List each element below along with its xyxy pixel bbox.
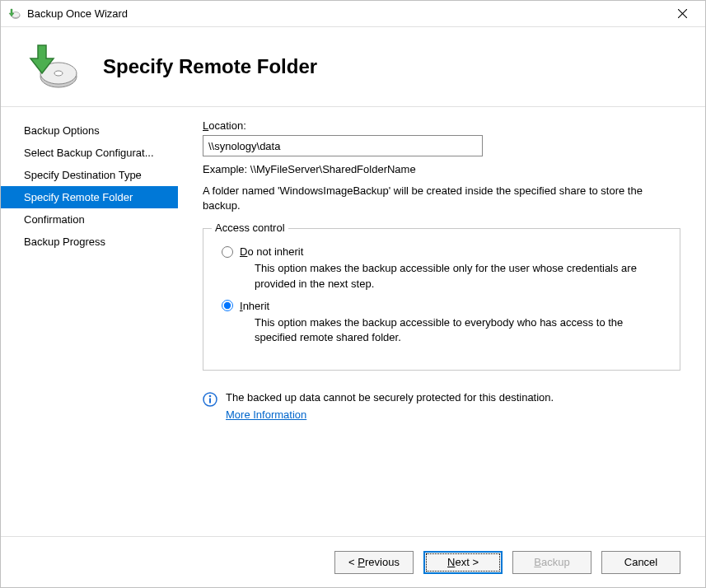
sidebar-item-backup-options[interactable]: Backup Options [1, 119, 178, 142]
page-title: Specify Remote Folder [103, 55, 317, 78]
radio-do-not-inherit[interactable]: Do not inherit [217, 245, 666, 258]
backup-button: Backup [512, 551, 591, 574]
backup-disc-icon [26, 44, 78, 90]
sidebar-item-confirmation[interactable]: Confirmation [1, 208, 178, 231]
radio-do-not-inherit-input[interactable] [222, 246, 233, 258]
location-example: Example: \\MyFileServer\SharedFolderName [203, 163, 680, 175]
svg-point-6 [54, 71, 63, 76]
wizard-content: Location: Example: \\MyFileServer\Shared… [178, 107, 705, 536]
radio-do-not-inherit-desc: This option makes the backup accessible … [255, 261, 666, 291]
wizard-window: Backup Once Wizard Specify Remote Folder… [0, 0, 706, 588]
access-control-group: Access control Do not inherit This optio… [203, 228, 680, 371]
close-button[interactable] [666, 2, 699, 26]
info-panel: The backed up data cannot be securely pr… [203, 390, 680, 421]
app-icon [7, 7, 21, 21]
radio-inherit-input[interactable] [222, 300, 233, 311]
info-text: The backed up data cannot be securely pr… [226, 390, 554, 405]
titlebar: Backup Once Wizard [1, 1, 705, 27]
location-label: Location: [203, 119, 680, 132]
svg-rect-9 [209, 399, 211, 404]
window-title: Backup Once Wizard [27, 7, 666, 20]
radio-inherit[interactable]: Inherit [217, 300, 666, 312]
radio-inherit-desc: This option makes the backup accessible … [255, 315, 666, 345]
next-button[interactable]: Next > [423, 551, 503, 574]
folder-description: A folder named 'WindowsImageBackup' will… [203, 184, 680, 213]
info-icon [203, 392, 217, 407]
svg-point-8 [209, 395, 212, 398]
location-input[interactable] [203, 135, 483, 156]
more-information-link[interactable]: More Information [226, 408, 306, 421]
previous-button[interactable]: < Previous [334, 551, 414, 574]
wizard-footer: < Previous Next > Backup Cancel [1, 536, 705, 587]
cancel-button[interactable]: Cancel [601, 551, 680, 574]
sidebar-item-select-backup-config[interactable]: Select Backup Configurat... [1, 142, 178, 164]
wizard-steps-sidebar: Backup Options Select Backup Configurat.… [1, 107, 178, 536]
sidebar-item-specify-remote-folder[interactable]: Specify Remote Folder [1, 186, 178, 208]
wizard-header: Specify Remote Folder [1, 27, 705, 107]
wizard-body: Backup Options Select Backup Configurat.… [1, 107, 705, 536]
access-control-legend: Access control [212, 222, 288, 234]
sidebar-item-specify-destination-type[interactable]: Specify Destination Type [1, 164, 178, 186]
sidebar-item-backup-progress[interactable]: Backup Progress [1, 231, 178, 253]
